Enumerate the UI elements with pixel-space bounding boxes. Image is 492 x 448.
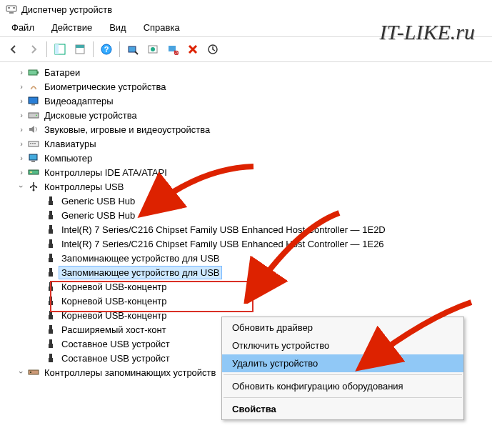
svg-point-32 xyxy=(36,186,37,188)
usb-device-icon xyxy=(44,339,57,349)
tree-node-usb-storage-selected[interactable]: Запоминающее устройство для USB xyxy=(1,265,491,279)
svg-rect-48 xyxy=(49,301,53,305)
node-label: Контроллеры запоминающих устройств xyxy=(42,367,218,379)
context-menu-disable-device[interactable]: Отключить устройство xyxy=(222,337,463,354)
node-label: Корневой USB-концентр xyxy=(59,309,169,322)
svg-rect-3 xyxy=(9,12,14,14)
tree-node-usb-controllers[interactable]: › Контроллеры USB xyxy=(1,179,491,194)
context-menu-scan-hardware[interactable]: Обновить конфигурацию оборудования xyxy=(222,377,463,395)
svg-rect-52 xyxy=(49,329,53,334)
svg-rect-18 xyxy=(29,97,38,104)
usb-device-icon xyxy=(44,324,57,334)
titlebar: Диспетчер устройств xyxy=(0,0,492,19)
expand-icon[interactable]: › xyxy=(17,111,26,119)
toolbar-separator xyxy=(46,41,47,57)
svg-rect-53 xyxy=(49,339,52,344)
tree-node-generic-hub[interactable]: Generic USB Hub xyxy=(1,194,491,208)
tree-node-usb-storage[interactable]: Запоминающее устройство для USB xyxy=(1,251,491,265)
svg-rect-55 xyxy=(49,354,52,358)
expand-icon[interactable]: › xyxy=(17,168,26,176)
tree-node-ide-ata[interactable]: › Контроллеры IDE ATA/ATAPI xyxy=(1,165,491,179)
svg-rect-1 xyxy=(8,7,10,9)
svg-point-21 xyxy=(36,115,37,116)
svg-rect-54 xyxy=(49,344,53,348)
tree-node-computer[interactable]: › Компьютер xyxy=(1,151,491,165)
expand-icon[interactable]: › xyxy=(17,139,26,148)
svg-rect-34 xyxy=(49,201,53,205)
computer-icon xyxy=(27,153,40,163)
expand-icon[interactable]: › xyxy=(17,68,26,76)
node-label: Дисковые устройства xyxy=(42,109,139,121)
svg-rect-23 xyxy=(30,143,31,144)
usb-device-icon xyxy=(44,267,57,277)
svg-rect-42 xyxy=(49,258,53,262)
uninstall-device-button[interactable] xyxy=(184,40,202,59)
collapse-icon[interactable]: › xyxy=(17,368,26,377)
svg-rect-7 xyxy=(76,45,84,48)
show-hide-tree-button[interactable] xyxy=(51,40,69,59)
tree-node-intel-controller[interactable]: Intel(R) 7 Series/C216 Chipset Family US… xyxy=(1,222,491,237)
svg-rect-17 xyxy=(37,71,39,74)
node-label: Составное USB устройст xyxy=(59,352,172,364)
toolbar: ? xyxy=(0,36,492,62)
svg-rect-19 xyxy=(31,104,35,106)
tree-node-display[interactable]: › Видеоадаптеры xyxy=(1,94,491,108)
svg-rect-56 xyxy=(49,358,53,362)
node-label: Биометрические устройства xyxy=(42,81,168,93)
speaker-icon xyxy=(27,124,40,134)
node-label: Запоминающее устройство для USB xyxy=(59,267,221,279)
menu-file[interactable]: Файл xyxy=(3,20,43,35)
tree-node-keyboards[interactable]: › Клавиатуры xyxy=(1,136,491,151)
expand-icon[interactable]: › xyxy=(17,96,26,105)
tree-node-intel-controller[interactable]: Intel(R) 7 Series/C216 Chipset Family US… xyxy=(1,237,491,251)
node-label: Корневой USB-концентр xyxy=(59,295,169,307)
usb-device-icon xyxy=(44,253,57,263)
tree-node-biometric[interactable]: › Биометрические устройства xyxy=(1,79,491,94)
back-button[interactable] xyxy=(4,40,23,59)
disable-device-button[interactable] xyxy=(164,40,182,59)
svg-rect-58 xyxy=(30,372,31,373)
properties-button[interactable] xyxy=(71,40,89,59)
tree-node-root-hub[interactable]: Корневой USB-концентр xyxy=(1,294,491,308)
forward-button[interactable] xyxy=(24,40,43,59)
storage-controller-icon xyxy=(27,367,40,377)
context-menu-properties[interactable]: Свойства xyxy=(222,400,463,418)
svg-rect-2 xyxy=(13,7,15,9)
controller-icon xyxy=(27,167,40,177)
expand-icon[interactable]: › xyxy=(17,125,26,134)
tree-node-generic-hub[interactable]: Generic USB Hub xyxy=(1,208,491,222)
collapse-icon[interactable]: › xyxy=(17,182,26,191)
toolbar-separator xyxy=(93,41,94,57)
enable-device-button[interactable] xyxy=(204,40,222,59)
usb-device-icon xyxy=(44,239,57,249)
tree-node-batteries[interactable]: › Батареи xyxy=(1,65,491,79)
node-label: Запоминающее устройство для USB xyxy=(59,252,221,264)
help-button[interactable]: ? xyxy=(97,40,116,59)
svg-rect-27 xyxy=(31,161,35,162)
usb-device-icon xyxy=(44,210,57,220)
usb-device-icon xyxy=(44,224,57,234)
svg-rect-10 xyxy=(129,46,136,52)
svg-rect-29 xyxy=(30,171,32,173)
tree-node-sound[interactable]: › Звуковые, игровые и видеоустройства xyxy=(1,122,491,136)
tree-node-disk-drives[interactable]: › Дисковые устройства xyxy=(1,108,491,122)
expand-icon[interactable]: › xyxy=(17,82,26,91)
expand-icon[interactable]: › xyxy=(17,154,26,162)
svg-rect-44 xyxy=(49,272,53,277)
menu-action[interactable]: Действие xyxy=(43,20,101,35)
menu-view[interactable]: Вид xyxy=(101,20,135,35)
context-menu-uninstall-device[interactable]: Удалить устройство xyxy=(222,354,463,372)
context-menu: Обновить драйвер Отключить устройство Уд… xyxy=(221,317,464,420)
menu-help[interactable]: Справка xyxy=(135,20,189,35)
context-menu-separator xyxy=(224,374,462,375)
node-label: Звуковые, игровые и видеоустройства xyxy=(42,124,212,136)
toolbar-separator xyxy=(119,41,120,57)
node-label: Клавиатуры xyxy=(42,138,99,150)
update-driver-button[interactable] xyxy=(144,40,162,59)
node-label: Контроллеры IDE ATA/ATAPI xyxy=(42,166,169,179)
svg-rect-45 xyxy=(49,282,52,287)
svg-rect-24 xyxy=(32,143,34,144)
scan-hardware-button[interactable] xyxy=(124,40,142,59)
context-menu-update-driver[interactable]: Обновить драйвер xyxy=(222,319,463,337)
tree-node-root-hub[interactable]: Корневой USB-концентр xyxy=(1,279,491,294)
